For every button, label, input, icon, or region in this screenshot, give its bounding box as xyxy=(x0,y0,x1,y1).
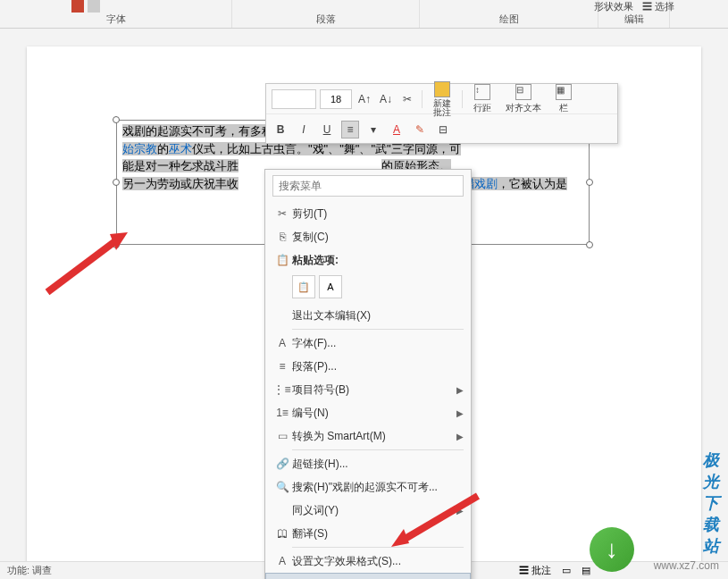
paste-icon: 📋 xyxy=(272,252,292,268)
menu-separator xyxy=(292,449,464,450)
comments-button[interactable]: ☰ 批注 xyxy=(515,564,555,577)
text-line: ，它被认为是 xyxy=(498,177,567,190)
paste-options-row: 📋 A xyxy=(265,272,471,304)
svg-marker-1 xyxy=(391,529,409,547)
align-icon: ⊟ xyxy=(515,84,531,100)
align-center-icon[interactable]: ⊟ xyxy=(434,121,452,138)
format-painter-icon[interactable]: ✂ xyxy=(398,90,416,108)
menu-copy[interactable]: ⎘ 复制(C) xyxy=(265,225,471,248)
ribbon-extra: 形状效果 ☰ 选择 xyxy=(594,0,674,13)
selection-handle[interactable] xyxy=(586,179,593,186)
text-line: 能是对一种乞求战斗胜 xyxy=(122,159,238,172)
cut-icon: ✂ xyxy=(272,206,292,222)
ribbon-group-paragraph: 段落 xyxy=(232,0,420,28)
align-left-button[interactable]: ≡ xyxy=(341,121,359,138)
submenu-arrow-icon: ▶ xyxy=(456,385,464,395)
menu-paragraph[interactable]: ≡ 段落(P)... xyxy=(265,355,471,378)
menu-cut[interactable]: ✂ 剪切(T) xyxy=(265,202,471,225)
view-mode-icon[interactable]: ▤ xyxy=(578,565,594,576)
selection-handle[interactable] xyxy=(113,179,120,186)
watermark-url: www.xz7.com xyxy=(654,559,719,572)
blank-icon xyxy=(272,307,292,323)
menu-font[interactable]: A 字体(F)... xyxy=(265,331,471,355)
text-effects-icon: A xyxy=(272,553,292,569)
submenu-arrow-icon: ▶ xyxy=(456,408,464,418)
annotation-arrow-right xyxy=(384,491,482,550)
download-logo-icon xyxy=(590,527,634,572)
status-right: ☰ 批注 ▭ ▤ xyxy=(515,564,594,577)
align-dropdown-icon[interactable]: ▾ xyxy=(364,121,382,138)
menu-paste-options-label: 📋 粘贴选项: xyxy=(265,248,471,272)
ribbon-icons xyxy=(71,0,100,13)
paragraph-icon: ≡ xyxy=(272,358,292,374)
status-text: 功能: 调查 xyxy=(7,564,52,577)
new-comment-button[interactable]: 新建 批注 xyxy=(428,81,456,117)
separator xyxy=(422,90,423,108)
ribbon-label-paragraph: 段落 xyxy=(316,13,336,26)
ribbon-label-edit: 编辑 xyxy=(624,13,644,26)
hyperlink-icon: 🔗 xyxy=(272,456,292,472)
mini-toolbar: A↑ A↓ ✂ 新建 批注 ↕ 行距 ⊟ 对齐文本 ▦ 栏 B I U ≡ ▾ … xyxy=(265,83,618,144)
mini-toolbar-row2: B I U ≡ ▾ A ✎ ⊟ xyxy=(266,114,617,145)
watermark-brand: 极光下载站 xyxy=(703,449,719,557)
copy-icon: ⎘ xyxy=(272,229,292,245)
underline-icon[interactable]: U xyxy=(318,121,336,138)
bullets-icon: ⋮≡ xyxy=(272,382,292,398)
selection-handle[interactable] xyxy=(586,241,593,248)
font-color-icon[interactable]: A xyxy=(388,121,406,138)
columns-icon: ▦ xyxy=(556,84,572,100)
translate-icon: 🕮 xyxy=(272,525,292,541)
view-mode-icon[interactable]: ▭ xyxy=(558,565,574,576)
text-line: 另一为劳动或庆祝丰收 xyxy=(122,177,238,190)
font-name-combo[interactable] xyxy=(272,89,316,109)
line-spacing-icon: ↕ xyxy=(474,84,490,100)
menu-exit-text-edit[interactable]: 退出文本编辑(X) xyxy=(265,304,471,327)
separator xyxy=(462,90,463,108)
line-spacing-button[interactable]: ↕ 行距 xyxy=(468,84,497,114)
ribbon-group-font: 字体 xyxy=(0,0,232,28)
align-text-button[interactable]: ⊟ 对齐文本 xyxy=(500,84,547,114)
numbering-icon: 1≡ xyxy=(272,405,292,421)
menu-text-effects[interactable]: A 设置文字效果格式(S)... xyxy=(265,550,471,573)
char-shading-icon[interactable] xyxy=(88,0,100,13)
highlight-icon[interactable]: ✎ xyxy=(411,121,429,138)
columns-button[interactable]: ▦ 栏 xyxy=(550,84,577,114)
paste-keep-source-icon[interactable]: 📋 xyxy=(292,275,315,298)
shape-effects-label[interactable]: 形状效果 xyxy=(594,0,633,13)
shrink-font-icon[interactable]: A↓ xyxy=(377,90,395,108)
search-icon: 🔍 xyxy=(272,479,292,495)
menu-search-input[interactable] xyxy=(272,175,464,197)
blank-icon xyxy=(272,502,292,518)
text-line: 戏剧的起源实不可考， xyxy=(122,124,238,138)
annotation-arrow-left xyxy=(43,225,132,297)
menu-convert-smartart[interactable]: ▭ 转换为 SmartArt(M) ▶ xyxy=(265,424,471,448)
menu-hyperlink[interactable]: 🔗 超链接(H)... xyxy=(265,452,471,475)
menu-search xyxy=(272,175,464,197)
hyperlink-text[interactable]: 巫术 xyxy=(169,142,192,155)
font-icon: A xyxy=(272,335,292,351)
comment-icon xyxy=(434,81,450,97)
ribbon-label-drawing: 绘图 xyxy=(499,13,519,26)
font-size-combo[interactable] xyxy=(320,89,352,109)
text-line: 的 xyxy=(157,142,169,155)
menu-numbering[interactable]: 1≡ 编号(N) ▶ xyxy=(265,401,471,424)
select-label[interactable]: ☰ 选择 xyxy=(642,0,674,13)
ribbon-group-drawing: 绘图 xyxy=(420,0,598,28)
text-line: 始宗教 xyxy=(122,142,157,155)
font-color-icon[interactable] xyxy=(71,0,84,13)
submenu-arrow-icon: ▶ xyxy=(456,432,464,441)
menu-separator xyxy=(292,329,464,330)
menu-shape-format[interactable]: ◇ 设置形状格式(O)... xyxy=(265,573,471,579)
menu-bullets[interactable]: ⋮≡ 项目符号(B) ▶ xyxy=(265,378,471,401)
ribbon-label-font: 字体 xyxy=(106,13,126,26)
italic-icon[interactable]: I xyxy=(295,121,313,138)
mini-toolbar-row1: A↑ A↓ ✂ 新建 批注 ↕ 行距 ⊟ 对齐文本 ▦ 栏 xyxy=(266,84,617,114)
smartart-icon: ▭ xyxy=(272,428,292,444)
paste-text-only-icon[interactable]: A xyxy=(319,275,342,298)
bold-icon[interactable]: B xyxy=(272,121,289,138)
selection-handle[interactable] xyxy=(113,116,120,123)
grow-font-icon[interactable]: A↑ xyxy=(356,90,373,108)
